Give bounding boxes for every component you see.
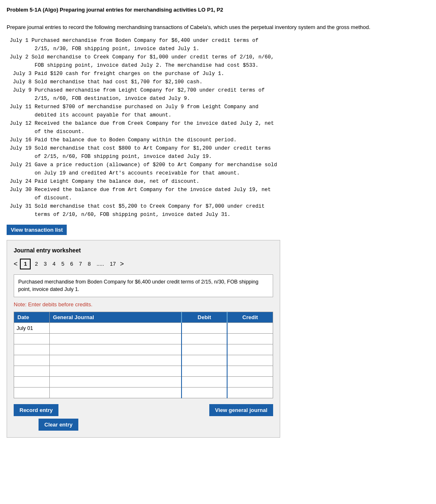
date-input-5[interactable] <box>17 368 47 374</box>
transactions-text: July 1 Purchased merchandise from Boden … <box>7 36 429 219</box>
gj-cell-2[interactable] <box>49 334 182 344</box>
credit-input-7[interactable] <box>230 390 270 396</box>
journal-table: Date General Journal Debit Credit July 0… <box>14 312 273 398</box>
gj-input-6[interactable] <box>52 379 179 385</box>
date-cell-1: July 01 <box>14 323 50 334</box>
gj-cell-4[interactable] <box>49 355 182 366</box>
date-input-4[interactable] <box>17 358 47 363</box>
table-row <box>14 366 273 377</box>
debit-input-2[interactable] <box>184 336 224 342</box>
credit-header: Credit <box>227 312 273 323</box>
credit-input-2[interactable] <box>230 336 270 342</box>
debit-cell-6[interactable] <box>182 377 227 388</box>
note-text: Note: Enter debits before credits. <box>14 301 273 308</box>
page-7[interactable]: 7 <box>78 260 84 268</box>
date-input-6[interactable] <box>17 379 47 385</box>
debit-cell-4[interactable] <box>182 355 227 366</box>
date-input-2[interactable] <box>17 336 47 342</box>
gj-input-4[interactable] <box>52 358 179 363</box>
clear-entry-button[interactable]: Clear entry <box>39 419 78 431</box>
credit-cell-5[interactable] <box>227 366 273 377</box>
debit-cell-1[interactable] <box>182 323 227 334</box>
record-entry-button[interactable]: Record entry <box>14 404 58 416</box>
prev-page-arrow[interactable]: < <box>14 260 17 268</box>
credit-cell-3[interactable] <box>227 344 273 355</box>
problem-title: Problem 5-1A (Algo) Preparing journal en… <box>7 7 429 13</box>
credit-cell-1[interactable] <box>227 323 273 334</box>
credit-cell-2[interactable] <box>227 334 273 344</box>
debit-cell-3[interactable] <box>182 344 227 355</box>
page-ellipsis: ..... <box>95 260 106 268</box>
debit-header: Debit <box>182 312 227 323</box>
table-row <box>14 355 273 366</box>
credit-input-6[interactable] <box>230 379 270 385</box>
debit-input-1[interactable] <box>184 325 224 331</box>
date-cell-2[interactable] <box>14 334 50 344</box>
date-cell-7[interactable] <box>14 388 50 398</box>
worksheet-container: Journal entry worksheet < 1 2 3 4 5 6 7 … <box>7 240 280 438</box>
transaction-description: Purchased merchandise from Boden Company… <box>14 274 273 298</box>
table-row <box>14 388 273 398</box>
debit-input-6[interactable] <box>184 379 224 385</box>
date-cell-3[interactable] <box>14 344 50 355</box>
view-transaction-button[interactable]: View transaction list <box>7 225 67 235</box>
view-general-journal-button[interactable]: View general journal <box>209 404 273 416</box>
credit-input-1[interactable] <box>230 325 270 331</box>
gj-cell-1[interactable] <box>49 323 182 334</box>
gj-cell-3[interactable] <box>49 344 182 355</box>
credit-cell-6[interactable] <box>227 377 273 388</box>
table-row <box>14 334 273 344</box>
page-4[interactable]: 4 <box>51 260 57 268</box>
credit-input-4[interactable] <box>230 358 270 363</box>
credit-cell-7[interactable] <box>227 388 273 398</box>
page-3[interactable]: 3 <box>42 260 48 268</box>
gj-input-1[interactable] <box>52 325 179 331</box>
debit-input-4[interactable] <box>184 358 224 363</box>
page-17[interactable]: 17 <box>108 260 117 268</box>
page-8[interactable]: 8 <box>86 260 92 268</box>
date-input-3[interactable] <box>17 347 47 353</box>
debit-cell-2[interactable] <box>182 334 227 344</box>
debit-input-5[interactable] <box>184 368 224 374</box>
debit-input-3[interactable] <box>184 347 224 353</box>
page-6[interactable]: 6 <box>68 260 75 268</box>
credit-input-3[interactable] <box>230 347 270 353</box>
debit-cell-7[interactable] <box>182 388 227 398</box>
date-input-7[interactable] <box>17 390 47 396</box>
gj-cell-5[interactable] <box>49 366 182 377</box>
page-2[interactable]: 2 <box>33 260 39 268</box>
table-row: July 01 <box>14 323 273 334</box>
gj-cell-7[interactable] <box>49 388 182 398</box>
gj-input-7[interactable] <box>52 390 179 396</box>
worksheet-title: Journal entry worksheet <box>14 247 273 254</box>
intro-text: Prepare journal entries to record the fo… <box>7 23 429 32</box>
pagination: < 1 2 3 4 5 6 7 8 ..... 17 > <box>14 259 273 269</box>
table-row <box>14 377 273 388</box>
debit-input-7[interactable] <box>184 390 224 396</box>
date-cell-5[interactable] <box>14 366 50 377</box>
date-cell-4[interactable] <box>14 355 50 366</box>
next-page-arrow[interactable]: > <box>120 260 124 268</box>
debit-cell-5[interactable] <box>182 366 227 377</box>
page-1[interactable]: 1 <box>20 259 31 269</box>
bottom-buttons-row: Record entry Clear entry View general jo… <box>14 404 273 431</box>
gj-input-3[interactable] <box>52 347 179 353</box>
credit-cell-4[interactable] <box>227 355 273 366</box>
page-5[interactable]: 5 <box>60 260 66 268</box>
gj-input-5[interactable] <box>52 368 179 374</box>
table-row <box>14 344 273 355</box>
gj-cell-6[interactable] <box>49 377 182 388</box>
gj-header: General Journal <box>49 312 182 323</box>
date-cell-6[interactable] <box>14 377 50 388</box>
credit-input-5[interactable] <box>230 368 270 374</box>
date-header: Date <box>14 312 50 323</box>
left-buttons: Record entry Clear entry <box>14 404 78 431</box>
gj-input-2[interactable] <box>52 336 179 342</box>
